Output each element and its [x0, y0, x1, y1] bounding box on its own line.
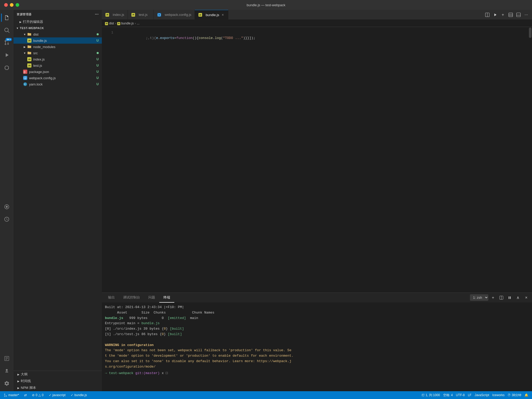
timeline-section[interactable]: 时间线 [14, 378, 102, 384]
yarn-lock-file[interactable]: Y yarn.lock U [14, 81, 102, 87]
new-terminal-button[interactable]: + [489, 294, 497, 301]
npm-scripts-label: NPM 脚本 [21, 385, 36, 390]
status-sync[interactable]: ⇄ [23, 391, 28, 399]
tab-bundle-js[interactable]: JS bundle.js × [195, 10, 228, 20]
check-bundle-label: bundle.js [74, 393, 87, 397]
scrollbar-thumb[interactable] [529, 28, 531, 38]
tab-webpack-icon [157, 12, 162, 17]
breadcrumb-part1[interactable]: dist [109, 22, 114, 25]
sidebar-more-button[interactable]: ··· [95, 12, 99, 17]
shell-selector[interactable]: 1: zsh [470, 294, 488, 301]
status-spaces[interactable]: 空格: 4 [442, 393, 454, 397]
status-notifications[interactable]: 🔔 [523, 393, 530, 397]
terminal-tab-output[interactable]: 输出 [104, 293, 119, 303]
outline-section[interactable]: 大纲 [14, 371, 102, 378]
split-terminal-button[interactable] [498, 294, 505, 301]
tab-test-js[interactable]: JS test.js [128, 10, 154, 20]
explorer-activity-icon[interactable] [1, 12, 12, 23]
npm-scripts-section[interactable]: NPM 脚本 [14, 384, 102, 391]
status-time[interactable]: ⏱ 38分钟 [506, 393, 523, 397]
status-branch[interactable]: master* [2, 391, 21, 399]
run-code-button[interactable] [491, 11, 499, 18]
extensions-activity-icon[interactable] [1, 62, 12, 73]
dist-folder-name: dist [33, 32, 97, 36]
status-errors[interactable]: ⊘ 0 △ 0 [30, 391, 45, 399]
terminal-tab-problems[interactable]: 问题 [144, 293, 159, 303]
svg-text:Y: Y [24, 83, 26, 85]
package-json-file[interactable]: {} package.json U [14, 69, 102, 75]
src-chevron [23, 51, 26, 55]
split-editor-button[interactable] [484, 11, 491, 18]
terminal-content[interactable]: Built at: 2021-04-13 2:43:34 |+F10: PM| … [102, 303, 532, 391]
terminal-tab-debug[interactable]: 调试控制台 [119, 293, 144, 303]
remote-activity-icon[interactable] [1, 201, 12, 212]
code-content[interactable]: ;,t){e.exports=function(){console.log("T… [117, 27, 528, 292]
src-folder-name: src [33, 51, 97, 55]
settings-activity-icon[interactable] [1, 378, 12, 389]
outline-activity-icon[interactable] [1, 353, 12, 364]
account-activity-icon[interactable] [1, 365, 12, 377]
branch-icon [4, 393, 7, 397]
status-line-ending[interactable]: LF [466, 393, 473, 397]
tab-bundle-js-close[interactable]: × [221, 13, 225, 17]
index-js-file[interactable]: JS index.js U [14, 56, 102, 62]
tab-index-js[interactable]: JS index.js [102, 10, 128, 20]
check-js-label: javascript [52, 393, 66, 397]
src-folder[interactable]: src [14, 50, 102, 56]
index-js-badge: U [96, 57, 100, 61]
minimize-button[interactable] [10, 3, 14, 7]
editor-scrollbar[interactable] [528, 27, 532, 292]
more-actions-button[interactable]: ··· [523, 11, 530, 18]
kill-terminal-button[interactable] [506, 294, 513, 301]
bundle-js-name: bundle.js [33, 39, 96, 43]
warnings-icon: △ [38, 393, 41, 397]
dist-chevron [23, 32, 26, 36]
tab-webpack-config[interactable]: webpack.config.js [154, 10, 195, 20]
terminal-close-button[interactable]: × [523, 294, 530, 301]
test-js-file[interactable]: JS test.js U [14, 62, 102, 69]
package-json-badge: U [96, 70, 100, 74]
breadcrumb-icon: JS [105, 21, 108, 25]
yarn-lock-name: yarn.lock [29, 82, 96, 86]
terminal-line-9: The 'mode' option has not been set, webp… [105, 348, 529, 369]
node-modules-folder[interactable]: node_modules [14, 44, 102, 50]
status-bar: master* ⇄ ⊘ 0 △ 0 ✓ javascript ✓ bundle.… [0, 391, 532, 399]
status-js-check[interactable]: ✓ javascript [47, 391, 67, 399]
webpack-config-file[interactable]: webpack.config.js U [14, 75, 102, 81]
terminal-up-button[interactable]: ∧ [514, 294, 522, 301]
toggle-panel-button[interactable] [515, 11, 522, 18]
search-activity-icon[interactable] [1, 24, 12, 36]
bundle-js-file[interactable]: JS bundle.js U [14, 37, 102, 44]
breadcrumb-part2[interactable]: bundle.js [121, 22, 134, 25]
status-language[interactable]: JavaScript [473, 393, 491, 397]
bundle-js-badge: U [96, 39, 100, 42]
customize-layout-button[interactable] [507, 11, 514, 18]
main-layout: 3K+ [0, 10, 532, 391]
test-webpack-section[interactable]: TEST-WEBPACK [14, 25, 102, 31]
sync-icon: ⇄ [24, 393, 27, 397]
webpack-config-name: webpack.config.js [29, 76, 96, 80]
tab-webpack-label: webpack.config.js [165, 13, 191, 17]
status-bundle-check[interactable]: ✓ bundle.js [69, 391, 88, 399]
status-position[interactable]: 行 1, 列 1000 [420, 393, 442, 397]
terminal-tab-terminal[interactable]: 终端 [159, 293, 174, 303]
run-activity-icon[interactable] [1, 49, 12, 61]
code-editor[interactable]: 1 ;,t){e.exports=function(){console.log(… [102, 27, 532, 292]
terminal-tabs: 输出 调试控制台 问题 终端 1: zsh + [102, 293, 532, 303]
source-control-activity-icon[interactable]: 3K+ [1, 37, 12, 48]
timeline-label: 时间线 [21, 379, 31, 383]
timeline-activity-icon[interactable] [1, 214, 12, 225]
bundle-js-icon: JS [27, 38, 32, 43]
status-theme[interactable]: Iceworks [491, 393, 506, 397]
dist-folder[interactable]: dist [14, 31, 102, 37]
close-button[interactable] [4, 3, 8, 7]
open-editors-section[interactable]: 打开的编辑器 [14, 19, 102, 25]
dist-folder-icon [27, 32, 32, 37]
terminal-line-3: bundle.js 999 bytes 0 [emitted] main [105, 316, 529, 321]
new-file-button[interactable]: + [499, 11, 507, 18]
src-folder-icon [27, 51, 32, 55]
maximize-button[interactable] [16, 3, 19, 7]
status-encoding[interactable]: UTF-8 [454, 393, 466, 397]
breadcrumb-part3[interactable]: ... [137, 22, 139, 25]
tab-index-js-label: index.js [113, 13, 124, 17]
